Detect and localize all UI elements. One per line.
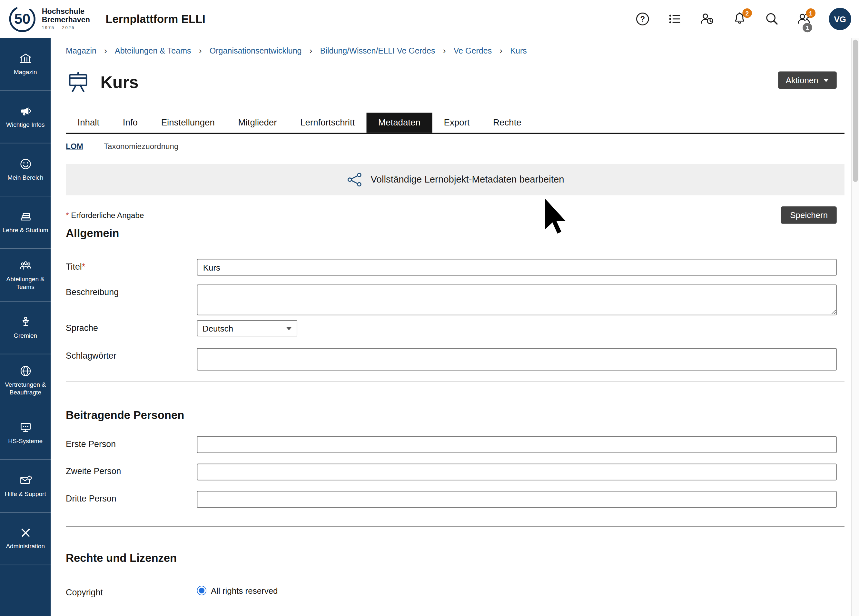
sidebar-item-vertretungen[interactable]: Vertretungen & Beauftragte (0, 354, 51, 407)
books-icon (19, 210, 32, 224)
tab-einstellungen[interactable]: Einstellungen (149, 113, 226, 133)
tab-info[interactable]: Info (111, 113, 149, 133)
app-window: 50 Hochschule Bremerhaven 1975 – 2025 Le… (0, 0, 859, 616)
form-row-schlagwoerter: Schlagwörter (66, 348, 845, 370)
monitor-icon (19, 421, 32, 435)
mail-help-icon: ? (19, 474, 32, 487)
save-button[interactable]: Speichern (781, 206, 837, 224)
copyright-radio[interactable] (197, 586, 206, 595)
chevron-right-icon: › (441, 46, 448, 55)
sidebar-item-administration[interactable]: Administration (0, 513, 51, 565)
subtab-lom[interactable]: LOM (66, 142, 83, 151)
people-icon (19, 259, 32, 272)
contacts-icon[interactable]: 1 1 (797, 11, 812, 27)
globe-icon (19, 364, 32, 378)
breadcrumb-item[interactable]: Organisationsentwicklung (209, 46, 302, 55)
logo-name-line1: Hochschule (42, 8, 90, 16)
section-divider (66, 526, 845, 527)
required-asterisk: * (82, 261, 85, 271)
chevron-right-icon: › (102, 46, 109, 55)
user-avatar[interactable]: VG (829, 8, 851, 30)
user-clock-icon[interactable] (700, 11, 715, 27)
top-header: 50 Hochschule Bremerhaven 1975 – 2025 Le… (0, 0, 859, 38)
section-title-personen: Beitragende Personen (66, 409, 845, 422)
dritte-person-label: Dritte Person (66, 491, 197, 508)
tab-mitglieder[interactable]: Mitglieder (226, 113, 289, 133)
tab-export[interactable]: Export (432, 113, 481, 133)
page-title: Kurs (100, 73, 138, 92)
actions-button-label: Aktionen (786, 75, 818, 85)
section-title-rechte: Rechte und Lizenzen (66, 552, 845, 565)
edit-full-metadata-link[interactable]: Vollständige Lernobjekt-Metadaten bearbe… (66, 164, 845, 195)
form-row-copyright: Copyright All rights reserved (66, 585, 845, 597)
section-title-allgemein: Allgemein (66, 227, 845, 240)
sidebar-item-label: Gremien (14, 332, 37, 340)
contacts-badge-top: 1 (806, 8, 815, 18)
breadcrumb: Magazin › Abteilungen & Teams › Organisa… (66, 46, 845, 55)
svg-text:?: ? (640, 14, 645, 23)
sidebar-item-label: Administration (6, 543, 45, 551)
required-note: * Erforderliche Angabe (66, 211, 144, 220)
logo-years: 1975 – 2025 (42, 25, 90, 30)
sidebar-item-lehre-studium[interactable]: Lehre & Studium (0, 196, 51, 249)
sidebar-item-abteilungen-teams[interactable]: Abteilungen & Teams (0, 249, 51, 302)
tab-lernfortschritt[interactable]: Lernfortschritt (289, 113, 367, 133)
sidebar-item-hs-systeme[interactable]: HS-Systeme (0, 407, 51, 460)
beschreibung-label: Beschreibung (66, 285, 197, 317)
tools-icon (19, 526, 32, 540)
header-icon-bar: ? (635, 0, 851, 38)
main-content: Magazin › Abteilungen & Teams › Organisa… (51, 38, 851, 616)
erste-person-label: Erste Person (66, 436, 197, 453)
tab-inhalt[interactable]: Inhalt (66, 113, 111, 133)
dritte-person-input[interactable] (197, 491, 837, 508)
page-header: Kurs Aktionen (66, 69, 845, 96)
copyright-radio-group: All rights reserved (197, 585, 837, 596)
chevron-right-icon: › (498, 46, 504, 55)
breadcrumb-item[interactable]: Kurs (510, 46, 527, 55)
titel-input[interactable] (197, 259, 837, 276)
share-nodes-icon (346, 172, 363, 187)
university-logo[interactable]: 50 Hochschule Bremerhaven 1975 – 2025 (8, 5, 90, 34)
actions-button[interactable]: Aktionen (778, 71, 837, 89)
sidebar-item-hilfe-support[interactable]: ? Hilfe & Support (0, 460, 51, 512)
scrollbar-track[interactable] (851, 38, 859, 616)
subtab-taxonomiezuordnung[interactable]: Taxonomiezuordnung (104, 142, 179, 151)
search-icon[interactable] (764, 11, 780, 27)
sidebar-item-wichtige-infos[interactable]: Wichtige Infos (0, 91, 51, 143)
tab-rechte[interactable]: Rechte (481, 113, 533, 133)
edit-full-metadata-label: Vollständige Lernobjekt-Metadaten bearbe… (371, 174, 564, 186)
logo-50-icon: 50 (8, 5, 37, 34)
erste-person-input[interactable] (197, 436, 837, 453)
zweite-person-input[interactable] (197, 464, 837, 480)
list-icon[interactable] (667, 11, 683, 27)
tab-metadaten[interactable]: Metadaten (367, 113, 432, 133)
form-actions-row: * Erforderliche Angabe Speichern (66, 206, 845, 224)
course-board-icon (66, 70, 90, 95)
bell-icon[interactable]: 2 (732, 11, 747, 27)
sidebar-item-label: Vertretungen & Beauftragte (2, 381, 49, 397)
section-divider (66, 381, 845, 382)
sidebar-item-label: Wichtige Infos (6, 121, 45, 129)
logo-name-line2: Bremerhaven (42, 16, 90, 24)
sidebar-item-label: HS-Systeme (8, 438, 42, 446)
sidebar-item-gremien[interactable]: Gremien (0, 302, 51, 354)
titel-label: Titel* (66, 259, 197, 276)
schlagwoerter-label: Schlagwörter (66, 348, 197, 370)
chevron-right-icon: › (307, 46, 314, 55)
beschreibung-textarea[interactable] (197, 285, 837, 315)
scrollbar-thumb[interactable] (853, 40, 858, 182)
sprache-select[interactable]: Deutsch (197, 320, 297, 336)
sidebar-item-magazin[interactable]: Magazin (0, 38, 51, 91)
breadcrumb-item[interactable]: Abteilungen & Teams (115, 46, 191, 55)
schlagwoerter-input[interactable] (197, 348, 837, 370)
help-icon[interactable]: ? (635, 11, 650, 27)
form-row-zweite-person: Zweite Person (66, 464, 845, 480)
sidebar-item-mein-bereich[interactable]: Mein Bereich (0, 144, 51, 196)
section-allgemein-fields: Titel* Beschreibung Sprache Deutsch (66, 259, 845, 371)
breadcrumb-item[interactable]: Bildung/Wissen/ELLI Ve Gerdes (320, 46, 435, 55)
breadcrumb-item[interactable]: Magazin (66, 46, 97, 55)
sidebar-item-label: Hilfe & Support (5, 490, 46, 498)
form-row-erste-person: Erste Person (66, 436, 845, 453)
breadcrumb-item[interactable]: Ve Gerdes (454, 46, 492, 55)
sprache-select-wrapper: Deutsch (197, 320, 297, 336)
